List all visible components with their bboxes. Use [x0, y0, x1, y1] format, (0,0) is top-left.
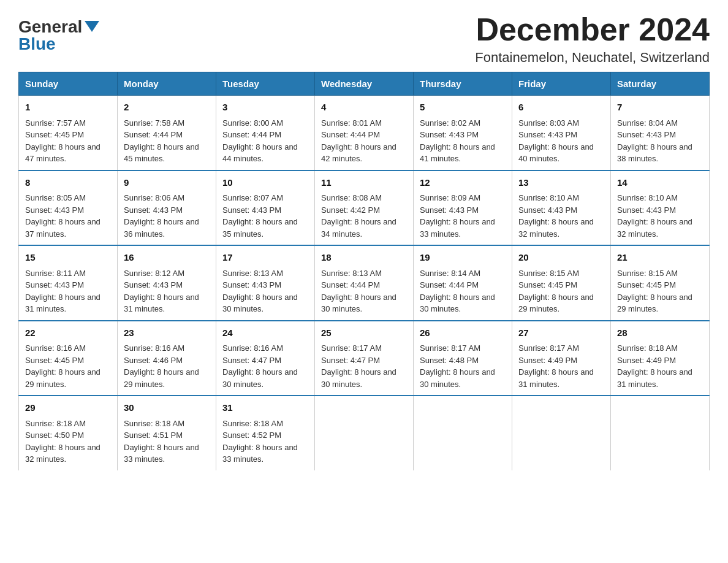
day-number: 22 — [25, 326, 111, 340]
day-number: 30 — [124, 401, 210, 415]
day-number: 25 — [321, 326, 407, 340]
day-number: 5 — [420, 101, 506, 115]
day-number: 8 — [25, 176, 111, 190]
calendar-week-row: 29Sunrise: 8:18 AMSunset: 4:50 PMDayligh… — [19, 396, 710, 470]
calendar-day-cell: 4Sunrise: 8:01 AMSunset: 4:44 PMDaylight… — [315, 96, 414, 170]
day-number: 13 — [518, 176, 604, 190]
logo: General Blue — [18, 12, 99, 53]
day-number: 18 — [321, 251, 407, 265]
calendar-day-cell: 7Sunrise: 8:04 AMSunset: 4:43 PMDaylight… — [611, 96, 710, 170]
day-info: Sunrise: 8:02 AMSunset: 4:43 PMDaylight:… — [420, 118, 495, 164]
day-number: 15 — [25, 251, 111, 265]
day-info: Sunrise: 8:18 AMSunset: 4:49 PMDaylight:… — [617, 343, 692, 389]
day-number: 16 — [124, 251, 210, 265]
day-info: Sunrise: 8:13 AMSunset: 4:44 PMDaylight:… — [321, 269, 396, 314]
day-info: Sunrise: 8:12 AMSunset: 4:43 PMDaylight:… — [124, 269, 199, 314]
calendar-day-cell: 29Sunrise: 8:18 AMSunset: 4:50 PMDayligh… — [19, 396, 118, 470]
calendar-day-cell: 27Sunrise: 8:17 AMSunset: 4:49 PMDayligh… — [512, 321, 611, 396]
calendar-day-cell: 30Sunrise: 8:18 AMSunset: 4:51 PMDayligh… — [118, 396, 216, 470]
column-header-wednesday: Wednesday — [315, 72, 414, 96]
calendar-day-cell: 16Sunrise: 8:12 AMSunset: 4:43 PMDayligh… — [118, 245, 216, 321]
day-info: Sunrise: 8:04 AMSunset: 4:43 PMDaylight:… — [617, 118, 692, 164]
calendar-day-cell: 5Sunrise: 8:02 AMSunset: 4:43 PMDaylight… — [414, 96, 512, 170]
calendar-day-cell: 12Sunrise: 8:09 AMSunset: 4:43 PMDayligh… — [414, 170, 512, 246]
calendar-day-cell — [611, 396, 710, 470]
day-info: Sunrise: 8:17 AMSunset: 4:47 PMDaylight:… — [321, 343, 396, 389]
calendar-day-cell: 13Sunrise: 8:10 AMSunset: 4:43 PMDayligh… — [512, 170, 611, 246]
day-number: 12 — [420, 176, 506, 190]
calendar-day-cell: 11Sunrise: 8:08 AMSunset: 4:42 PMDayligh… — [315, 170, 414, 246]
calendar-day-cell: 1Sunrise: 7:57 AMSunset: 4:45 PMDaylight… — [19, 96, 118, 170]
calendar-day-cell: 20Sunrise: 8:15 AMSunset: 4:45 PMDayligh… — [512, 245, 611, 321]
day-info: Sunrise: 8:10 AMSunset: 4:43 PMDaylight:… — [617, 193, 692, 239]
day-info: Sunrise: 8:16 AMSunset: 4:45 PMDaylight:… — [25, 343, 100, 389]
calendar-day-cell: 3Sunrise: 8:00 AMSunset: 4:44 PMDaylight… — [216, 96, 315, 170]
day-info: Sunrise: 7:58 AMSunset: 4:44 PMDaylight:… — [124, 118, 199, 164]
day-number: 1 — [25, 101, 111, 115]
day-number: 17 — [222, 251, 308, 265]
day-number: 3 — [222, 101, 308, 115]
day-info: Sunrise: 8:18 AMSunset: 4:52 PMDaylight:… — [222, 419, 298, 464]
day-info: Sunrise: 8:18 AMSunset: 4:51 PMDaylight:… — [124, 419, 199, 464]
calendar-day-cell: 24Sunrise: 8:16 AMSunset: 4:47 PMDayligh… — [216, 321, 315, 396]
day-info: Sunrise: 8:08 AMSunset: 4:42 PMDaylight:… — [321, 193, 396, 239]
day-number: 26 — [420, 326, 506, 340]
location-text: Fontainemelon, Neuchatel, Switzerland — [475, 50, 710, 66]
column-header-sunday: Sunday — [19, 72, 118, 96]
day-info: Sunrise: 8:06 AMSunset: 4:43 PMDaylight:… — [124, 193, 199, 239]
column-header-saturday: Saturday — [611, 72, 710, 96]
calendar-day-cell: 26Sunrise: 8:17 AMSunset: 4:48 PMDayligh… — [414, 321, 512, 396]
day-number: 31 — [222, 401, 308, 415]
calendar-day-cell: 6Sunrise: 8:03 AMSunset: 4:43 PMDaylight… — [512, 96, 611, 170]
calendar-day-cell: 9Sunrise: 8:06 AMSunset: 4:43 PMDaylight… — [118, 170, 216, 246]
day-info: Sunrise: 8:03 AMSunset: 4:43 PMDaylight:… — [518, 118, 594, 164]
calendar-day-cell — [414, 396, 512, 470]
calendar-day-cell: 23Sunrise: 8:16 AMSunset: 4:46 PMDayligh… — [118, 321, 216, 396]
day-info: Sunrise: 8:17 AMSunset: 4:48 PMDaylight:… — [420, 343, 495, 389]
day-info: Sunrise: 8:17 AMSunset: 4:49 PMDaylight:… — [518, 343, 594, 389]
calendar-week-row: 1Sunrise: 7:57 AMSunset: 4:45 PMDaylight… — [19, 96, 710, 170]
calendar-day-cell: 15Sunrise: 8:11 AMSunset: 4:43 PMDayligh… — [19, 245, 118, 321]
column-header-friday: Friday — [512, 72, 611, 96]
day-info: Sunrise: 8:18 AMSunset: 4:50 PMDaylight:… — [25, 419, 100, 464]
calendar-week-row: 22Sunrise: 8:16 AMSunset: 4:45 PMDayligh… — [19, 321, 710, 396]
day-info: Sunrise: 8:05 AMSunset: 4:43 PMDaylight:… — [25, 193, 100, 239]
day-number: 28 — [617, 326, 703, 340]
day-number: 2 — [124, 101, 210, 115]
day-info: Sunrise: 8:01 AMSunset: 4:44 PMDaylight:… — [321, 118, 396, 164]
day-info: Sunrise: 8:16 AMSunset: 4:47 PMDaylight:… — [222, 343, 298, 389]
day-number: 23 — [124, 326, 210, 340]
logo-general-text: General — [18, 18, 82, 36]
day-info: Sunrise: 8:13 AMSunset: 4:43 PMDaylight:… — [222, 269, 298, 314]
day-number: 10 — [222, 176, 308, 190]
calendar-day-cell: 10Sunrise: 8:07 AMSunset: 4:43 PMDayligh… — [216, 170, 315, 246]
day-number: 6 — [518, 101, 604, 115]
day-number: 4 — [321, 101, 407, 115]
calendar-day-cell: 14Sunrise: 8:10 AMSunset: 4:43 PMDayligh… — [611, 170, 710, 246]
day-info: Sunrise: 8:15 AMSunset: 4:45 PMDaylight:… — [518, 269, 594, 314]
column-header-tuesday: Tuesday — [216, 72, 315, 96]
day-number: 11 — [321, 176, 407, 190]
day-number: 9 — [124, 176, 210, 190]
day-number: 27 — [518, 326, 604, 340]
calendar-day-cell — [315, 396, 414, 470]
day-number: 21 — [617, 251, 703, 265]
day-info: Sunrise: 8:10 AMSunset: 4:43 PMDaylight:… — [518, 193, 594, 239]
day-info: Sunrise: 8:11 AMSunset: 4:43 PMDaylight:… — [25, 269, 100, 314]
day-info: Sunrise: 7:57 AMSunset: 4:45 PMDaylight:… — [25, 118, 100, 164]
month-title: December 2024 — [475, 12, 710, 47]
calendar-day-cell: 18Sunrise: 8:13 AMSunset: 4:44 PMDayligh… — [315, 245, 414, 321]
day-number: 14 — [617, 176, 703, 190]
title-block: December 2024 Fontainemelon, Neuchatel, … — [475, 12, 710, 66]
logo-triangle-icon — [85, 21, 99, 32]
page-header: General Blue December 2024 Fontainemelon… — [18, 12, 710, 66]
day-number: 20 — [518, 251, 604, 265]
calendar-day-cell: 28Sunrise: 8:18 AMSunset: 4:49 PMDayligh… — [611, 321, 710, 396]
calendar-day-cell: 17Sunrise: 8:13 AMSunset: 4:43 PMDayligh… — [216, 245, 315, 321]
day-info: Sunrise: 8:16 AMSunset: 4:46 PMDaylight:… — [124, 343, 199, 389]
day-info: Sunrise: 8:15 AMSunset: 4:45 PMDaylight:… — [617, 269, 692, 314]
calendar-day-cell: 2Sunrise: 7:58 AMSunset: 4:44 PMDaylight… — [118, 96, 216, 170]
day-info: Sunrise: 8:09 AMSunset: 4:43 PMDaylight:… — [420, 193, 495, 239]
calendar-day-cell: 22Sunrise: 8:16 AMSunset: 4:45 PMDayligh… — [19, 321, 118, 396]
calendar-day-cell — [512, 396, 611, 470]
